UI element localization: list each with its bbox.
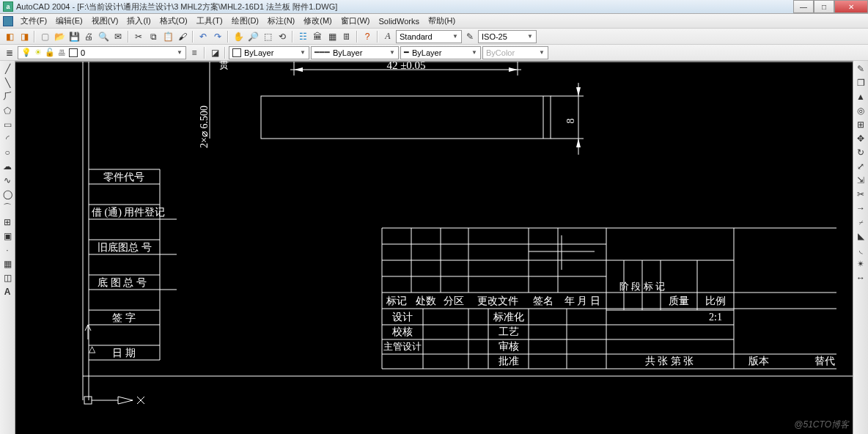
svg-marker-14 xyxy=(576,87,581,96)
zoomrt-icon[interactable]: 🔎 xyxy=(246,30,260,43)
calc-icon[interactable]: 🗏 xyxy=(340,30,353,43)
copy-icon[interactable]: ⧉ xyxy=(147,30,160,43)
menu-tools[interactable]: 工具(T) xyxy=(192,15,227,26)
zoomprev-icon[interactable]: ⟲ xyxy=(276,30,289,43)
title-block: 标记 处数 分区 更改文件 签名 年 月 日 阶 段 标 记 质量 比例 2:1 xyxy=(382,228,836,369)
props-icon[interactable]: ☷ xyxy=(296,30,309,43)
layer-toolbar: ≣ 💡 ☀ 🔓 🖶 0 ▼ ≡ ◪ ByLayer ▼ ━━━ ByLayer … xyxy=(0,45,868,61)
offset-icon[interactable]: ◎ xyxy=(855,104,867,117)
toolpal-icon[interactable]: ▦ xyxy=(326,30,339,43)
block-icon[interactable]: ▣ xyxy=(1,229,14,242)
lineweight-combo[interactable]: ━ ByLayer ▼ xyxy=(400,46,481,59)
circle-icon[interactable]: ○ xyxy=(1,146,14,158)
menu-file[interactable]: 文件(F) xyxy=(16,15,51,26)
spline-icon[interactable]: ∿ xyxy=(1,174,14,186)
help-icon[interactable]: ? xyxy=(361,30,374,43)
linetype-label: ByLayer xyxy=(333,48,362,57)
text-style-icon[interactable]: A xyxy=(381,30,394,43)
menu-edit[interactable]: 编辑(E) xyxy=(51,15,87,26)
color-swatch xyxy=(232,48,241,57)
explode-icon[interactable]: ✴ xyxy=(855,257,867,270)
rotate-icon[interactable]: ↻ xyxy=(855,146,867,158)
text-style-label: Standard xyxy=(400,32,433,41)
insert-icon[interactable]: ⊞ xyxy=(1,216,14,228)
dim-style-combo[interactable]: ISO-25 ▼ xyxy=(478,30,537,43)
plotstyle-combo[interactable]: ByColor ▼ xyxy=(482,46,548,59)
minimize-button[interactable]: — xyxy=(793,0,814,13)
close-button[interactable]: ✕ xyxy=(834,0,868,13)
open-icon[interactable]: 📂 xyxy=(53,30,66,43)
redo-icon[interactable]: ↷ xyxy=(211,30,224,43)
tb-hdr-scale: 比例 xyxy=(705,295,726,306)
layer-manager-icon[interactable]: ≣ xyxy=(3,46,16,59)
dim-style-icon[interactable]: ✎ xyxy=(463,30,477,43)
maximize-button[interactable]: □ xyxy=(814,0,834,13)
extend-icon[interactable]: → xyxy=(855,202,867,214)
copy-obj-icon[interactable]: ❐ xyxy=(855,76,867,89)
erase-icon[interactable]: ✎ xyxy=(855,62,867,75)
cut-icon[interactable]: ✂ xyxy=(132,30,145,43)
mtext-icon[interactable]: A xyxy=(1,285,14,298)
polygon-icon[interactable]: ⬠ xyxy=(1,104,14,117)
color-combo[interactable]: ByLayer ▼ xyxy=(229,46,309,59)
array-icon[interactable]: ⊞ xyxy=(855,118,867,130)
break-icon[interactable]: ⌿ xyxy=(855,216,867,228)
layer-prev-icon[interactable]: ≡ xyxy=(188,46,201,59)
make-current-icon[interactable]: ◪ xyxy=(208,46,221,59)
mirror-icon[interactable]: ▲ xyxy=(855,90,867,103)
dim-left: 2×⌀ 6.500 xyxy=(199,106,210,148)
trim-icon[interactable]: ✂ xyxy=(855,188,867,200)
fillet-icon[interactable]: ◟ xyxy=(855,243,867,256)
point-icon[interactable]: · xyxy=(1,243,14,256)
tb-ver: 版本 xyxy=(749,356,769,367)
region-icon[interactable]: ◫ xyxy=(1,271,14,284)
revcloud-icon[interactable]: ☁ xyxy=(1,160,14,172)
move-icon[interactable]: ✥ xyxy=(855,132,867,144)
print-icon[interactable]: 🖨 xyxy=(82,30,95,43)
menu-dim[interactable]: 标注(N) xyxy=(263,15,299,26)
linetype-combo[interactable]: ━━━ ByLayer ▼ xyxy=(311,46,399,59)
text-style-combo[interactable]: Standard ▼ xyxy=(396,30,462,43)
menu-view[interactable]: 视图(V) xyxy=(87,15,123,26)
new-icon[interactable]: ▢ xyxy=(38,30,51,43)
arc-icon[interactable]: ◜ xyxy=(1,132,14,144)
standard-toolbar: ◧ ◨ ▢ 📂 💾 🖨 🔍 ✉ ✂ ⧉ 📋 🖌 ↶ ↷ ✋ 🔎 ⬚ ⟲ ☷ 🏛 … xyxy=(0,29,868,45)
undo-icon[interactable]: ↶ xyxy=(196,30,210,43)
zoomwin-icon[interactable]: ⬚ xyxy=(261,30,274,43)
paste-icon[interactable]: 📋 xyxy=(161,30,174,43)
hatch-icon[interactable]: ▦ xyxy=(1,257,14,270)
pan-icon[interactable]: ✋ xyxy=(232,30,245,43)
menu-insert[interactable]: 插入(I) xyxy=(122,15,155,26)
rectangle-icon[interactable]: ▭ xyxy=(1,118,14,130)
menu-format[interactable]: 格式(O) xyxy=(155,15,192,26)
publish-icon[interactable]: ✉ xyxy=(111,30,125,43)
menu-solidworks[interactable]: SolidWorks xyxy=(375,17,424,26)
layer-combo[interactable]: 💡 ☀ 🔓 🖶 0 ▼ xyxy=(18,46,186,59)
tb-sheets: 共 张 第 张 xyxy=(645,356,694,367)
qnew-icon[interactable]: ◧ xyxy=(3,30,16,43)
drawing-canvas[interactable]: 42 ±0.05 2×⌀ 6.500 贯 8 零件代号 借 (通) 用件登记 xyxy=(15,61,853,434)
svg-rect-62 xyxy=(84,397,92,404)
menu-draw[interactable]: 绘图(D) xyxy=(227,15,263,26)
drawing-svg: 42 ±0.05 2×⌀ 6.500 贯 8 零件代号 借 (通) 用件登记 xyxy=(15,61,853,434)
stretch-icon[interactable]: ⇲ xyxy=(855,174,867,186)
label-date: 日 期 xyxy=(112,347,136,358)
lengthen-icon[interactable]: ↔ xyxy=(855,271,867,284)
label-oldno: 旧底图总 号 xyxy=(98,242,152,253)
save-icon[interactable]: 💾 xyxy=(67,30,81,43)
scale-icon[interactable]: ⤢ xyxy=(855,160,867,172)
qnew2-icon[interactable]: ◨ xyxy=(18,30,31,43)
line-icon[interactable]: ╱ xyxy=(1,62,14,75)
menu-help[interactable]: 帮助(H) xyxy=(424,15,460,26)
chamfer-icon[interactable]: ◣ xyxy=(855,229,867,242)
matchprop-icon[interactable]: 🖌 xyxy=(176,30,189,43)
xline-icon[interactable]: ╲ xyxy=(1,76,14,89)
dcenter-icon[interactable]: 🏛 xyxy=(311,30,324,43)
ellipsearc-icon[interactable]: ⌒ xyxy=(1,202,14,214)
menu-window[interactable]: 窗口(W) xyxy=(336,15,375,26)
preview-icon[interactable]: 🔍 xyxy=(97,30,110,43)
ellipse-icon[interactable]: ◯ xyxy=(1,188,14,200)
chevron-down-icon: ▼ xyxy=(300,49,306,56)
menu-modify[interactable]: 修改(M) xyxy=(299,15,336,26)
pline-icon[interactable]: ⺁ xyxy=(1,90,14,103)
